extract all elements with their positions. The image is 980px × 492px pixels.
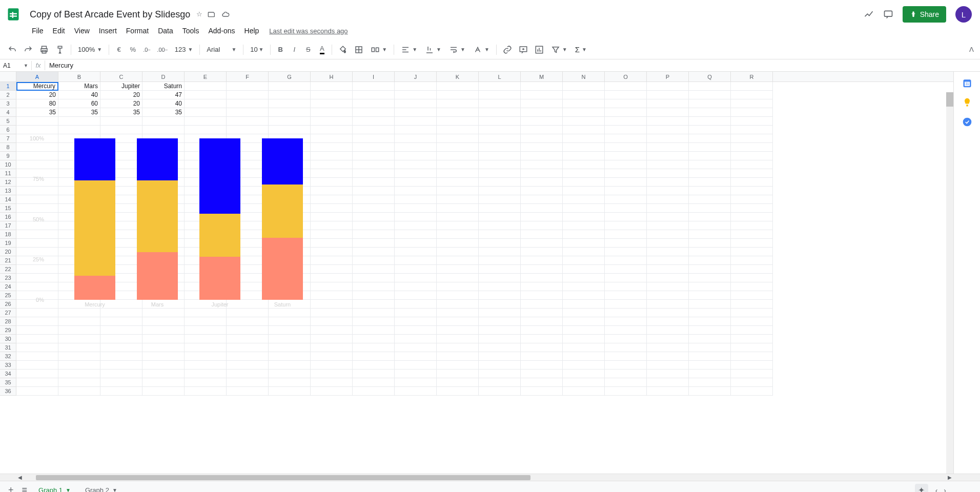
- cell-F33[interactable]: [227, 361, 269, 370]
- cell-C4[interactable]: 35: [100, 108, 142, 117]
- cell-G34[interactable]: [269, 370, 311, 378]
- undo-icon[interactable]: [5, 43, 19, 56]
- column-header-M[interactable]: M: [521, 72, 563, 81]
- cell-M11[interactable]: [521, 169, 563, 178]
- row-header-18[interactable]: 18: [0, 230, 16, 239]
- cell-I33[interactable]: [353, 361, 395, 370]
- cell-M4[interactable]: [521, 108, 563, 117]
- row-header-24[interactable]: 24: [0, 282, 16, 291]
- filter-dropdown[interactable]: ▼: [548, 44, 570, 55]
- cell-H29[interactable]: [311, 326, 353, 335]
- cell-R2[interactable]: [731, 91, 773, 99]
- cell-A29[interactable]: [16, 326, 58, 335]
- cell-A36[interactable]: [16, 387, 58, 396]
- cell-O8[interactable]: [605, 143, 647, 152]
- cell-K18[interactable]: [437, 230, 479, 239]
- cell-O25[interactable]: [605, 291, 647, 300]
- cell-J33[interactable]: [395, 361, 437, 370]
- cell-P22[interactable]: [647, 265, 689, 274]
- cell-P20[interactable]: [647, 248, 689, 256]
- sheet-tab-graph-1[interactable]: Graph 1▼: [31, 482, 78, 492]
- cell-J5[interactable]: [395, 117, 437, 126]
- cell-Q16[interactable]: [689, 213, 731, 221]
- cell-R29[interactable]: [731, 326, 773, 335]
- cell-K9[interactable]: [437, 152, 479, 160]
- vertical-scrollbar[interactable]: [946, 92, 953, 474]
- cell-H18[interactable]: [311, 230, 353, 239]
- cell-N11[interactable]: [563, 169, 605, 178]
- cell-Q9[interactable]: [689, 152, 731, 160]
- cell-I3[interactable]: [353, 99, 395, 108]
- cell-O35[interactable]: [605, 378, 647, 387]
- menu-format[interactable]: Format: [122, 25, 153, 37]
- cell-P30[interactable]: [647, 335, 689, 343]
- vertical-align-dropdown[interactable]: ▼: [422, 44, 444, 55]
- cell-L30[interactable]: [479, 335, 521, 343]
- cell-J6[interactable]: [395, 126, 437, 134]
- cell-F34[interactable]: [227, 370, 269, 378]
- cell-R3[interactable]: [731, 99, 773, 108]
- cell-A6[interactable]: [16, 126, 58, 134]
- cell-K7[interactable]: [437, 134, 479, 143]
- cell-H1[interactable]: [311, 82, 353, 91]
- borders-icon[interactable]: [352, 43, 366, 56]
- cell-M30[interactable]: [521, 335, 563, 343]
- cell-F32[interactable]: [227, 352, 269, 361]
- cell-E30[interactable]: [185, 335, 227, 343]
- menu-data[interactable]: Data: [154, 25, 177, 37]
- cell-J31[interactable]: [395, 343, 437, 352]
- cell-H19[interactable]: [311, 239, 353, 248]
- cell-O7[interactable]: [605, 134, 647, 143]
- row-header-34[interactable]: 34: [0, 370, 16, 378]
- cell-L20[interactable]: [479, 248, 521, 256]
- cell-G1[interactable]: [269, 82, 311, 91]
- cell-M27[interactable]: [521, 309, 563, 317]
- cell-Q21[interactable]: [689, 256, 731, 265]
- cell-B28[interactable]: [58, 317, 100, 326]
- cell-O11[interactable]: [605, 169, 647, 178]
- row-header-12[interactable]: 12: [0, 178, 16, 187]
- cell-L28[interactable]: [479, 317, 521, 326]
- cell-H21[interactable]: [311, 256, 353, 265]
- insert-comment-icon[interactable]: [516, 43, 530, 56]
- cell-K34[interactable]: [437, 370, 479, 378]
- cell-O9[interactable]: [605, 152, 647, 160]
- cell-H25[interactable]: [311, 291, 353, 300]
- cell-L4[interactable]: [479, 108, 521, 117]
- cell-A33[interactable]: [16, 361, 58, 370]
- all-sheets-button[interactable]: ≡: [18, 482, 32, 492]
- horizontal-scroll-thumb[interactable]: [36, 475, 530, 480]
- share-button[interactable]: Share: [903, 6, 946, 23]
- cell-H23[interactable]: [311, 274, 353, 282]
- cell-O36[interactable]: [605, 387, 647, 396]
- cell-H3[interactable]: [311, 99, 353, 108]
- row-header-1[interactable]: 1: [0, 82, 16, 91]
- cell-H27[interactable]: [311, 309, 353, 317]
- cell-R35[interactable]: [731, 378, 773, 387]
- row-header-14[interactable]: 14: [0, 195, 16, 204]
- cell-A1[interactable]: Mercury: [16, 82, 58, 91]
- cell-N4[interactable]: [563, 108, 605, 117]
- cell-P7[interactable]: [647, 134, 689, 143]
- cell-G33[interactable]: [269, 361, 311, 370]
- column-header-J[interactable]: J: [395, 72, 437, 81]
- cell-I1[interactable]: [353, 82, 395, 91]
- column-header-B[interactable]: B: [58, 72, 100, 81]
- cell-B33[interactable]: [58, 361, 100, 370]
- cell-C1[interactable]: Jupiter: [100, 82, 142, 91]
- cell-A3[interactable]: 80: [16, 99, 58, 108]
- cell-H12[interactable]: [311, 178, 353, 187]
- cell-H13[interactable]: [311, 187, 353, 195]
- cell-P29[interactable]: [647, 326, 689, 335]
- cell-E28[interactable]: [185, 317, 227, 326]
- cell-J15[interactable]: [395, 204, 437, 213]
- cell-N13[interactable]: [563, 187, 605, 195]
- cell-I23[interactable]: [353, 274, 395, 282]
- cell-I12[interactable]: [353, 178, 395, 187]
- cell-L13[interactable]: [479, 187, 521, 195]
- cell-P15[interactable]: [647, 204, 689, 213]
- cell-N29[interactable]: [563, 326, 605, 335]
- comments-icon[interactable]: [883, 9, 893, 19]
- cell-I15[interactable]: [353, 204, 395, 213]
- text-color-icon[interactable]: A: [316, 43, 328, 56]
